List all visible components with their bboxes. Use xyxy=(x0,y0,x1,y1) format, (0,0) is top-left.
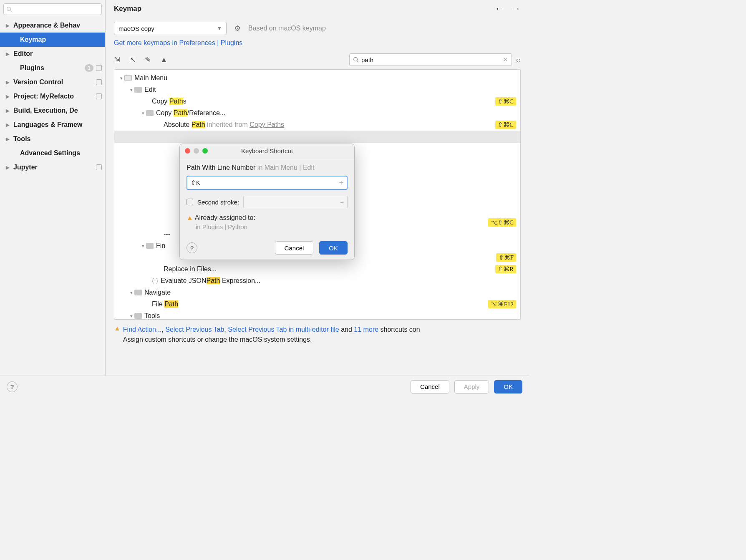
settings-nav: ▶Appearance & Behav Keymap ▶Editor Plugi… xyxy=(0,18,105,174)
shortcut-value: ⇧K xyxy=(191,179,200,187)
dialog-titlebar: Keyboard Shortcut xyxy=(180,144,354,158)
help-icon[interactable]: ? xyxy=(186,242,197,253)
back-icon[interactable]: ← xyxy=(495,3,504,14)
tree-leaf-absolute-path[interactable]: Absolute Path inherited from Copy Paths … xyxy=(114,119,520,131)
dialog-title: Keyboard Shortcut xyxy=(241,147,293,154)
action-search-input[interactable] xyxy=(361,56,503,63)
collapse-all-icon[interactable]: ⇱ xyxy=(129,55,136,64)
link-select-prev-tab-multi[interactable]: Select Previous Tab in multi-editor file xyxy=(228,326,339,333)
keyboard-shortcut-dialog: Keyboard Shortcut Path With Line Number … xyxy=(179,144,355,260)
svg-line-1 xyxy=(10,10,12,12)
keymap-controls: macOS copy ▼ ⚙ Based on macOS keymap Get… xyxy=(106,18,529,48)
tree-leaf-replace-in-files[interactable]: Replace in Files...⇧⌘R xyxy=(114,263,520,275)
folder-icon xyxy=(146,243,154,249)
nav-tools[interactable]: ▶Tools xyxy=(0,132,105,146)
shortcut-badge: ⇧⌘C xyxy=(495,97,516,106)
plus-icon: + xyxy=(340,199,344,206)
forward-icon: → xyxy=(512,3,521,14)
close-icon[interactable] xyxy=(185,148,190,154)
link-select-prev-tab[interactable]: Select Previous Tab xyxy=(165,326,224,333)
clear-icon[interactable]: ✕ xyxy=(503,56,508,63)
second-stroke-row: Second stroke: + xyxy=(186,196,348,208)
second-stroke-label: Second stroke: xyxy=(197,199,239,206)
nav-keymap[interactable]: Keymap xyxy=(0,33,105,47)
nav-appearance[interactable]: ▶Appearance & Behav xyxy=(0,18,105,33)
find-by-shortcut-icon[interactable]: ⌕ xyxy=(516,55,521,64)
warning-icon: ▲ xyxy=(186,214,193,221)
link-find-action[interactable]: Find Action... xyxy=(123,326,162,333)
conflict-warning: ▲ Find Action..., Select Previous Tab, S… xyxy=(106,320,529,350)
edit-shortcut-icon[interactable]: ✎ xyxy=(145,55,151,64)
warning-line1: Find Action..., Select Previous Tab, Sel… xyxy=(123,325,420,335)
link-more[interactable]: 11 more xyxy=(354,326,378,333)
ok-button[interactable]: OK xyxy=(494,380,522,394)
svg-point-0 xyxy=(7,7,11,11)
shortcut-badge: ⇧⌘F xyxy=(496,253,516,262)
tree-row-selected[interactable] xyxy=(114,131,520,143)
dialog-cancel-button[interactable]: Cancel xyxy=(275,241,314,255)
action-path: Path With Line Number in Main Menu | Edi… xyxy=(186,164,348,172)
folder-icon xyxy=(134,87,142,93)
nav-build[interactable]: ▶Build, Execution, De xyxy=(0,103,105,118)
tree-node-navigate[interactable]: ▾Navigate xyxy=(114,287,520,298)
tree-node-main-menu[interactable]: ▾Main Menu xyxy=(114,72,520,84)
sidebar-search-input[interactable] xyxy=(15,6,99,13)
shortcut-badge: ⇧⌘C xyxy=(495,121,516,129)
dialog-ok-button[interactable]: OK xyxy=(319,241,348,255)
nav-advanced[interactable]: Advanced Settings xyxy=(0,146,105,160)
nav-plugins[interactable]: Plugins1 xyxy=(0,61,105,75)
keymap-select[interactable]: macOS copy ▼ xyxy=(114,22,227,35)
project-icon xyxy=(96,65,102,71)
plus-icon[interactable]: + xyxy=(339,179,343,187)
warning-line2: Assign custom shortcuts or change the ma… xyxy=(123,335,420,345)
action-search[interactable]: ✕ xyxy=(349,53,512,66)
chevron-down-icon: ▼ xyxy=(217,25,222,31)
tree-leaf-eval-jsonpath[interactable]: {·}Evaluate JSONPath Expression... xyxy=(114,275,520,287)
page-header: Keymap ← → xyxy=(106,0,529,18)
tree-leaf-file-path[interactable]: File Path⌥⌘F12 xyxy=(114,298,520,310)
page-title: Keymap xyxy=(114,5,141,13)
svg-line-3 xyxy=(357,61,359,63)
apply-button: Apply xyxy=(454,380,489,394)
already-assigned: ▲Already assigned to: xyxy=(186,214,348,222)
dialog-footer: ? Cancel Apply OK xyxy=(0,376,529,397)
expand-all-icon[interactable]: ⇲ xyxy=(114,55,120,64)
first-stroke-input[interactable]: ⇧K + xyxy=(186,176,348,190)
warning-icon: ▲ xyxy=(114,325,121,332)
project-icon xyxy=(96,164,102,170)
project-icon xyxy=(96,93,102,99)
sidebar-search[interactable] xyxy=(3,3,102,15)
folder-icon xyxy=(146,110,154,116)
project-icon xyxy=(96,79,102,85)
minimize-icon xyxy=(194,148,199,154)
get-more-keymaps-link[interactable]: Get more keymaps in Preferences | Plugin… xyxy=(114,39,242,47)
cancel-button[interactable]: Cancel xyxy=(411,380,449,394)
shortcut-badge: ⇧⌘R xyxy=(495,265,516,273)
folder-icon xyxy=(134,313,142,319)
nav-jupyter[interactable]: ▶Jupyter xyxy=(0,160,105,174)
warning-filter-icon[interactable]: ▲ xyxy=(160,55,168,64)
assigned-context: in Plugins | Python xyxy=(196,223,348,230)
tree-node-tools[interactable]: ▾Tools xyxy=(114,310,520,320)
tree-leaf-copy-paths[interactable]: Copy Paths ⇧⌘C xyxy=(114,96,520,107)
shortcut-badge: ⌥⌘F12 xyxy=(488,300,516,308)
folder-icon xyxy=(134,290,142,295)
gear-icon[interactable]: ⚙ xyxy=(234,24,241,33)
tree-node-edit[interactable]: ▾Edit xyxy=(114,84,520,96)
svg-point-2 xyxy=(354,58,358,61)
zoom-icon[interactable] xyxy=(202,148,208,154)
nav-editor[interactable]: ▶Editor xyxy=(0,47,105,61)
second-stroke-checkbox[interactable] xyxy=(186,199,193,205)
nav-vcs[interactable]: ▶Version Control xyxy=(0,75,105,89)
nav-languages[interactable]: ▶Languages & Framew xyxy=(0,118,105,132)
tree-toolbar: ⇲ ⇱ ✎ ▲ ✕ ⌕ xyxy=(106,48,529,69)
menu-icon xyxy=(124,75,132,81)
search-icon xyxy=(6,6,12,12)
history-nav: ← → xyxy=(495,3,521,14)
tree-node-copy-path-ref[interactable]: ▾Copy Path/Reference... xyxy=(114,107,520,119)
help-icon[interactable]: ? xyxy=(7,381,18,392)
based-on-label: Based on macOS keymap xyxy=(248,25,326,32)
shortcut-badge: ⌥⇧⌘C xyxy=(488,218,516,227)
second-stroke-input: + xyxy=(243,196,348,208)
nav-project[interactable]: ▶Project: MyRefacto xyxy=(0,89,105,103)
